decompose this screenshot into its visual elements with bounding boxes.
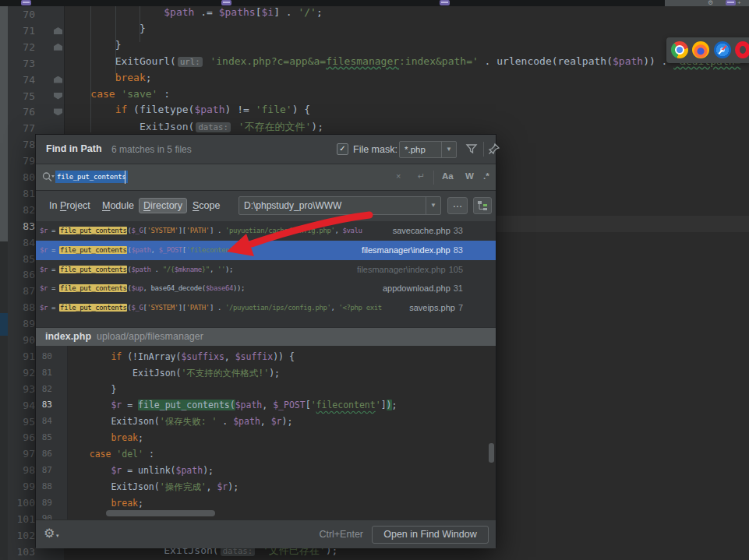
whole-words-toggle[interactable]: W [465,171,474,181]
safari-icon[interactable] [714,41,731,58]
plus-icon[interactable]: + [737,0,741,6]
line-number: 99 [8,478,35,495]
line-number: 100 [8,495,35,511]
line-number: 70 [8,6,35,23]
code-token: base64_decode( [151,284,206,292]
search-value-selected[interactable]: file_put_contents [55,171,128,183]
vertical-scrollbar[interactable] [489,443,494,463]
code-token: 'index.php?c=app&a= [210,55,326,67]
line-number: 87 [36,465,52,475]
search-result-row[interactable]: $r = file_put_contents($up, base64_decod… [36,279,496,298]
scope-option-directory[interactable]: Directory [139,198,187,213]
code-token [68,481,111,492]
open-in-find-window-button[interactable]: Open in Find Window [372,526,489,544]
code-token: "/{ [163,266,175,273]
code-token: , [224,351,235,362]
directory-combo[interactable]: D:\phpstudy_pro\WWW ▼ [238,196,441,215]
file-mask-combo[interactable]: *.php ▼ [399,141,457,158]
code-line: break; [68,498,143,509]
code-token: if [115,104,133,115]
editor-tabs-strip: ⚙ + [0,0,749,6]
code-line: break; [66,72,152,88]
code-token: $path [233,416,260,427]
preview-code-line[interactable]: 83 $r = file_put_contents($path, $_POST[… [36,400,496,416]
code-token [68,416,111,427]
code-token [68,432,111,443]
filter-icon[interactable] [465,143,478,155]
preview-code-line[interactable]: 86 case 'del' : [36,449,496,465]
code-token: ExitJson( [111,481,159,492]
preview-code-line[interactable]: 82 } [36,384,496,400]
preview-code-line[interactable]: 84 ExitJson('保存失败: ' . $path, $r); [36,416,496,432]
chevron-down-icon[interactable]: ▼ [441,142,456,157]
gear-icon[interactable]: ⚙ [44,526,55,541]
current-line-highlight [496,216,749,232]
regex-toggle[interactable]: .* [483,171,489,181]
code-token: case [90,88,121,100]
code-line: } [66,39,121,55]
code-token: = unlink( [122,465,175,476]
code-token: 'file' [256,104,292,115]
php-file-icon [726,0,736,5]
opera-icon[interactable] [735,41,749,58]
preview-code-line[interactable]: 87 $r = unlink($path); [36,465,496,481]
search-result-row[interactable]: $r = file_put_contents($_G['SYSTEM']['PA… [36,298,496,318]
code-token: $r [111,400,122,410]
code-token: filesmanager [326,55,399,67]
code-line: $r = file_put_contents($path, $_POST['fi… [68,400,397,410]
scope-option-scope[interactable]: Scope [189,199,224,213]
code-token: ); [311,121,323,132]
scrollbar-thumb[interactable] [0,6,8,241]
code-token: :index&path=' [399,55,479,67]
code-token: = [48,304,59,312]
search-result-row[interactable]: $r = file_put_contents($path, $_POST['fi… [36,241,496,260]
match-case-toggle[interactable]: Aa [442,171,454,181]
match-highlight: file_put_contents [59,227,127,234]
firefox-icon[interactable] [692,41,709,58]
code-line: if (!InArray($suffixs, $suffix)) { [68,351,295,362]
code-token: , [262,400,273,410]
left-edge-scrollbar[interactable] [0,6,8,560]
code-token: break [111,432,138,443]
code-token: ); [228,481,238,492]
search-icon [41,171,55,184]
search-input[interactable]: file_put_contents × ↵ Aa W .* [36,164,496,191]
line-number: 74 [8,72,35,88]
browse-button[interactable]: … [447,197,468,214]
scope-option-module[interactable]: Module [98,199,138,213]
code-line: ExitJson('保存失败: ' . $path, $r); [68,416,292,428]
chevron-down-icon[interactable]: ▼ [426,197,440,214]
code-token: '操作完成' [160,481,207,492]
file-mask-checkbox[interactable]: ✓ [337,143,348,155]
pin-icon[interactable] [488,143,500,155]
insert-newline-icon[interactable]: ↵ [418,171,425,181]
scope-option-project[interactable]: In Project [45,199,94,213]
preview-code-line[interactable]: 88 ExitJson('操作完成', $r); [36,481,496,498]
preview-code-line[interactable]: 79 $suffix = substr($path, strrpos($path… [36,346,496,351]
directory-structure-button[interactable] [473,197,492,214]
code-token: = [48,246,59,254]
preview-code-line[interactable]: 85 break; [36,432,496,449]
line-number: 81 [8,185,35,202]
result-code: $r = file_put_contents($path . "/{$mknam… [40,260,233,280]
settings-icon[interactable]: ⚙ [708,0,713,6]
match-summary: 6 matches in 5 files [111,144,192,155]
search-result-row[interactable]: $r = file_put_contents($_G['SYSTEM']['PA… [36,221,496,241]
search-result-row[interactable]: $r = file_put_contents($path . "/{$mknam… [36,260,496,280]
code-token: . [151,266,163,273]
preview-code-line[interactable]: 81 ExitJson('不支持的文件格式!'); [36,368,496,384]
active-tab[interactable] [665,0,749,6]
preview-code-line[interactable]: 90 [36,513,496,519]
code-token: ' [376,400,381,410]
code-token: $suffix [235,351,273,362]
code-line: case 'save' : [66,88,170,104]
preview-code-line[interactable]: 89 break; [36,498,496,514]
horizontal-scrollbar[interactable] [106,510,215,516]
preview-code-line[interactable]: 80 if (!InArray($suffixs, $suffix)) { [36,351,496,368]
scope-selector-row: In ProjectModuleDirectoryScope D:\phpstu… [36,191,496,221]
chrome-icon[interactable] [671,41,688,58]
clear-search-icon[interactable]: × [396,171,401,181]
code-token: (!InArray( [127,351,181,362]
code-token: $path [164,6,194,18]
code-token: ExitJson( [140,121,194,132]
